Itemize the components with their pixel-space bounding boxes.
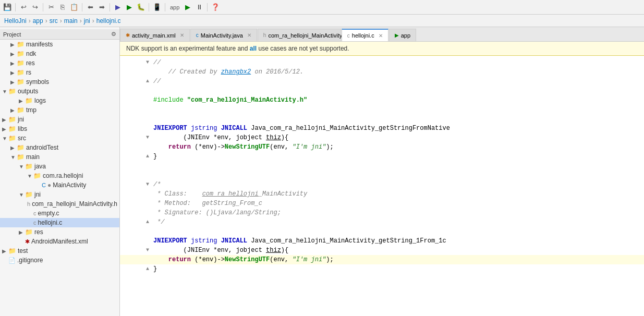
editor-area: NDK support is an experimental feature a… <box>120 42 644 316</box>
tree-item-androidmanifest[interactable]: ✱ AndroidManifest.xml <box>0 237 119 246</box>
code-text-9: (JNIEnv *env, jobject thiz){ <box>151 133 644 142</box>
tab-bar: ✱ activity_main.xml ✕ c MainActivity.jav… <box>120 27 644 42</box>
tab-close-mainactivity-java[interactable]: ✕ <box>247 32 251 38</box>
fold-3[interactable]: ▲ <box>144 77 151 86</box>
copy-icon[interactable]: ⎘ <box>57 2 68 13</box>
ndk-warning-text: NDK support is an experimental feature a… <box>126 45 250 52</box>
right-panel: ✱ activity_main.xml ✕ c MainActivity.jav… <box>120 27 644 316</box>
code-line-12 <box>120 161 644 171</box>
code-text-14: /* <box>151 180 644 189</box>
arrow-main <box>10 154 16 160</box>
sidebar-settings-icon[interactable]: ⚙ <box>111 31 116 38</box>
folder-icon-logs: 📁 <box>25 97 33 104</box>
arrow-ndk <box>10 51 16 57</box>
breadcrumb-main[interactable]: main <box>64 17 78 25</box>
tree-label-symbols: symbols <box>26 78 49 86</box>
build-icon[interactable]: ▶ <box>113 2 123 13</box>
breadcrumb-jni[interactable]: jni <box>84 17 90 25</box>
code-text-2: // Created by zhangbx2 on 2016/5/12. <box>151 67 644 77</box>
tree-item-res[interactable]: 📁 res <box>0 58 119 68</box>
paste-icon[interactable]: 📋 <box>69 2 79 13</box>
folder-icon-manifests: 📁 <box>17 41 25 48</box>
folder-icon-ndk: 📁 <box>17 50 25 57</box>
breadcrumb-hellojni[interactable]: HelloJni <box>4 17 27 25</box>
arrow-manifests <box>10 42 16 47</box>
tree-label-outputs: outputs <box>18 88 38 95</box>
tree-item-empty-c[interactable]: c empty.c <box>0 209 119 218</box>
tree-item-hellojni-c[interactable]: c hellojni.c <box>0 218 119 227</box>
debug-icon[interactable]: 🐛 <box>136 2 146 13</box>
device-icon[interactable]: 📱 <box>152 2 162 13</box>
tree-item-outputs[interactable]: 📁 outputs <box>0 87 119 96</box>
h-tab-icon: h <box>263 32 266 38</box>
tab-mainactivity-java[interactable]: c MainActivity.java ✕ <box>190 29 257 41</box>
tree-item-gitignore[interactable]: 📄 .gitignore <box>0 256 119 265</box>
undo-icon[interactable]: ↩ <box>18 2 29 13</box>
cut-icon[interactable]: ✂ <box>46 2 56 13</box>
help-icon[interactable]: ❓ <box>210 2 221 13</box>
tree-item-manifests[interactable]: 📁 manifests <box>0 40 119 49</box>
redo-icon[interactable]: ↪ <box>30 2 40 13</box>
c-file-icon-hellojni: c <box>33 220 37 226</box>
toolbar-sep-6 <box>165 3 165 11</box>
tree-item-jni[interactable]: 📁 jni <box>0 115 119 124</box>
tree-item-src[interactable]: 📁 src <box>0 133 119 143</box>
breadcrumb-app[interactable]: app <box>33 17 43 25</box>
tab-activity-main[interactable]: ✱ activity_main.xml ✕ <box>120 29 190 41</box>
tree-item-mainactivity[interactable]: C ● MainActivity <box>0 180 119 190</box>
tree-item-java[interactable]: 📁 java <box>0 162 119 171</box>
tree-item-androidtest[interactable]: 📁 androidTest <box>0 143 119 152</box>
tab-close-hellojni-c[interactable]: ✕ <box>379 33 383 39</box>
tab-label-hellojni-c: hellojni.c <box>352 32 374 39</box>
tab-label-mainactivity-java: MainActivity.java <box>201 32 243 39</box>
run-app-icon[interactable]: ▶ <box>183 2 193 13</box>
tree-item-res2[interactable]: 📁 res <box>0 227 119 237</box>
tree-item-header[interactable]: h com_ra_hellojni_MainActivity.h <box>0 199 119 209</box>
tab-app[interactable]: ▶ app <box>389 29 416 41</box>
editor-content[interactable]: ▼ // // Created by zhangbx2 on 2016/5/12… <box>120 56 644 316</box>
java-tab-icon: c <box>196 32 199 38</box>
code-line-6 <box>120 105 644 114</box>
tree-item-logs[interactable]: 📁 logs <box>0 96 119 105</box>
arrow-res2 <box>19 229 24 235</box>
tree-item-rs[interactable]: 📁 rs <box>0 68 119 77</box>
code-text-19 <box>151 227 644 236</box>
tree-item-symbols[interactable]: 📁 symbols <box>0 77 119 87</box>
tab-close-activity-main[interactable]: ✕ <box>180 32 184 38</box>
save-icon[interactable]: 💾 <box>2 2 13 13</box>
fold-18[interactable]: ▲ <box>144 217 151 227</box>
code-text-5: #include "com_ra_hellojni_MainActivity.h… <box>151 95 644 105</box>
tree-item-jni2[interactable]: 📁 jni <box>0 190 119 199</box>
tab-label-com-ra-header: com_ra_hellojni_MainActivity.h <box>268 32 346 39</box>
fold-11[interactable]: ▲ <box>144 152 151 161</box>
fold-9[interactable]: ▼ <box>144 133 151 142</box>
breadcrumb-hellojni-c[interactable]: hellojni.c <box>96 17 121 25</box>
fold-21[interactable]: ▼ <box>144 246 151 255</box>
run-icon[interactable]: ▶ <box>124 2 135 13</box>
pause-icon[interactable]: ⏸ <box>194 2 204 13</box>
arrow-jni <box>2 117 7 123</box>
code-line-5: #include "com_ra_hellojni_MainActivity.h… <box>120 95 644 105</box>
tree-item-main[interactable]: 📁 main <box>0 152 119 162</box>
breadcrumb-src[interactable]: src <box>50 17 58 25</box>
fold-23[interactable]: ▲ <box>144 264 151 274</box>
tree-item-libs[interactable]: 📁 libs <box>0 124 119 133</box>
forward-icon[interactable]: ➡ <box>96 2 107 13</box>
main-layout: Project ⚙ 📁 manifests 📁 ndk 📁 res 📁 rs <box>0 27 644 316</box>
tab-label-app: app <box>401 32 410 39</box>
tab-com-ra-header[interactable]: h com_ra_hellojni_MainActivity.h ✕ <box>258 29 341 41</box>
code-line-4 <box>120 86 644 95</box>
tree-item-test[interactable]: 📁 test <box>0 246 119 256</box>
back-icon[interactable]: ⬅ <box>85 2 95 13</box>
fold-1[interactable]: ▼ <box>144 58 151 67</box>
tree-item-ndk[interactable]: 📁 ndk <box>0 49 119 58</box>
code-text-8: JNIEXPORT jstring JNICALL Java_com_ra_he… <box>151 124 644 133</box>
folder-icon-rs: 📁 <box>17 69 25 76</box>
tab-hellojni-c[interactable]: c hellojni.c ✕ <box>342 29 388 41</box>
ndk-warning-rest: use cases are not yet supported. <box>257 45 349 52</box>
folder-icon-libs: 📁 <box>8 125 16 132</box>
tree-item-com-ra[interactable]: 📁 com.ra.hellojni <box>0 171 119 180</box>
arrow-tmp <box>10 107 16 113</box>
fold-14[interactable]: ▼ <box>144 180 151 189</box>
tree-item-tmp[interactable]: 📁 tmp <box>0 105 119 115</box>
